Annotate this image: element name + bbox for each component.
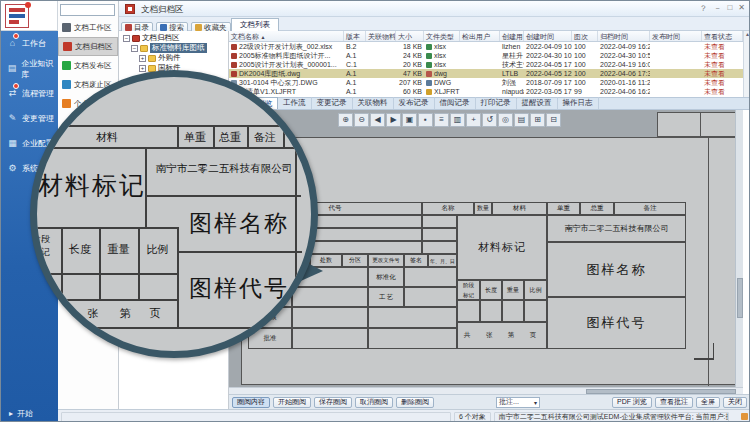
file-list-scrollbar[interactable]: ▲ [743, 31, 750, 97]
cell-checkout [460, 60, 500, 69]
maximize-button[interactable]: □ [727, 3, 732, 14]
cell-value: 未查看 [704, 88, 725, 95]
column-header[interactable]: 关联物料 [366, 31, 396, 41]
cell-type: DWG [424, 78, 460, 87]
tree-item-selected[interactable]: − 标准物料库图纸 [119, 43, 228, 53]
tab-9[interactable]: 操作日志 [558, 97, 599, 109]
column-header[interactable]: 版本 [344, 31, 366, 41]
grid-on-icon[interactable]: ⊞ [530, 113, 545, 127]
filetype-icon [426, 44, 432, 50]
print-icon[interactable]: ▥ [450, 113, 465, 127]
button-icon [125, 24, 132, 31]
column-header[interactable]: 文档名称 ▲ [229, 31, 344, 41]
table-row[interactable]: DK2004库图纸.dwgA.147 KBdwgLTLB2022-04-05 1… [229, 69, 743, 78]
explorer-toolbar: 目录搜索收藏夹 文档列表 [119, 17, 750, 31]
grid-off-icon[interactable]: ⊟ [546, 113, 561, 127]
collapse-icon[interactable]: − [131, 45, 138, 52]
tab-file-list[interactable]: 文档列表 [231, 18, 279, 31]
column-header[interactable]: 文件类型 [424, 31, 460, 41]
tab-5[interactable]: 发布记录 [394, 97, 435, 109]
table-row[interactable]: 22级设计开发计划表_002.xlsxB.218 KBxlsxlizhen202… [229, 42, 743, 51]
rotate-icon[interactable]: ↺ [482, 113, 497, 127]
button-label: 开始圈阅 [278, 397, 306, 407]
expand-icon[interactable]: + [139, 55, 146, 62]
review-button-2[interactable]: 开始圈阅 [273, 397, 311, 408]
cell-created: 2022-04-05 17:55:50 [524, 60, 572, 69]
cell-archived: 2022-04-06 17:30:06 [598, 69, 650, 78]
column-header[interactable]: 查看状态 [702, 31, 743, 41]
annotation-dropdown[interactable]: 批注...▾ [496, 397, 540, 408]
cell-value: 2022-04-05 17:55:50 [526, 61, 572, 68]
tree-item-1[interactable]: +外购件 [119, 53, 228, 63]
workspace-item-1[interactable]: 文档工作区 [58, 18, 118, 37]
viewer-hscrollbar[interactable] [229, 387, 743, 394]
add-icon[interactable]: + [466, 113, 481, 127]
workspace-item-2[interactable]: 文档归档区 [58, 37, 118, 56]
layers-icon[interactable]: ≡ [434, 113, 449, 127]
viewer-vscrollbar[interactable] [735, 110, 743, 387]
tab-3[interactable]: 变更记录 [312, 97, 353, 109]
cell-size: 20 KB [396, 60, 424, 69]
column-header[interactable]: 发布时间 [650, 31, 702, 41]
tree-root[interactable]: − 文档归档区 [119, 33, 228, 43]
sidebar-item-3[interactable]: ⇄流程管理 [1, 81, 58, 106]
table-row[interactable]: 301-0104 中心泵刀.DWGA.1207 KBDWG刘强2018-07-0… [229, 78, 743, 87]
tab-2[interactable]: 工作流 [278, 97, 312, 109]
cell-value: 2022-04-05 12:55:16 [526, 70, 572, 77]
pdf-view-button[interactable]: PDF 浏览 [612, 397, 652, 408]
expand-icon[interactable]: + [139, 65, 146, 72]
column-header[interactable]: 创建用户 [500, 31, 524, 41]
column-header[interactable]: 图次 [572, 31, 598, 41]
pages-icon[interactable]: ▤ [514, 113, 529, 127]
cell-archived: 2020-01-16 11:23:06 [598, 78, 650, 87]
dot-icon[interactable]: ▪ [418, 113, 433, 127]
title-block-text: 更改文件号 [368, 254, 404, 267]
close-viewer-button[interactable]: 关闭 [723, 397, 747, 408]
fullscreen-button[interactable]: 全屏 [696, 397, 720, 408]
column-header[interactable]: 大小 [396, 31, 424, 41]
tab-8[interactable]: 提醒设置 [517, 97, 558, 109]
workspace-search-input[interactable] [60, 4, 115, 16]
review-button-3[interactable]: 保存圈阅 [314, 397, 352, 408]
cell-value: xlsx [434, 61, 446, 68]
table-row[interactable]: 申请单V1.XLJFRTA.160 KBXLJFRTniapudai2022-0… [229, 87, 743, 96]
cell-sheet: 100 [572, 69, 598, 78]
column-header[interactable]: 归档时间 [598, 31, 650, 41]
review-button-5[interactable]: 删除圈阅 [396, 397, 434, 408]
sheet-corner-block [657, 112, 738, 137]
file-list-header: 文档名称 ▲版本关联物料大小文件类型检出用户创建用户创建时间图次归档时间发布时间… [229, 31, 743, 42]
zoom-in-icon[interactable]: ⊕ [338, 113, 353, 127]
tab-4[interactable]: 关联物料 [353, 97, 394, 109]
sidebar-icon: ▦ [7, 138, 18, 149]
column-header[interactable]: 创建时间 [524, 31, 572, 41]
sidebar-item-4[interactable]: ✎变更管理 [1, 106, 58, 131]
cell-value: 2022-04-30 10:53:54 [600, 52, 650, 59]
review-button-1[interactable]: 圈阅内容 [232, 397, 270, 408]
table-row[interactable]: 2005设计开发计划表_000001...C.120 KBxlsx技术主管202… [229, 60, 743, 69]
review-button-4[interactable]: 取消圈阅 [355, 397, 393, 408]
zoom-out-icon[interactable]: ⊖ [354, 113, 369, 127]
workspace-item-3[interactable]: 文档发布区 [58, 56, 118, 75]
title-block-cell [368, 307, 457, 328]
close-button[interactable]: ✕ [738, 3, 745, 14]
target-icon[interactable]: ◎ [498, 113, 513, 127]
view-annotation-button[interactable]: 查看批注 [655, 397, 693, 408]
dropdown-value: 批注... [499, 397, 519, 407]
help-button[interactable]: ？ [699, 3, 707, 14]
start-item[interactable]: ▸ 开始 [1, 405, 58, 421]
workspace-label: 文档归档区 [75, 42, 113, 52]
tab-6[interactable]: 借阅记录 [435, 97, 476, 109]
sidebar-item-1[interactable]: ⌂工作台 [1, 31, 58, 56]
column-header[interactable]: 检出用户 [460, 31, 500, 41]
collapse-icon[interactable]: − [123, 35, 130, 42]
column-header-label: 创建时间 [526, 33, 554, 40]
sidebar-item-2[interactable]: ▤企业知识库 [1, 56, 58, 81]
minimize-button[interactable]: － [713, 3, 721, 14]
file-icon [231, 71, 237, 77]
image-icon[interactable]: ▣ [402, 113, 417, 127]
next-page-icon[interactable]: ▶ [386, 113, 401, 127]
table-row[interactable]: 2005标准物料库图纸设计开...A.124 KBxlsx星桂升2022-04-… [229, 51, 743, 60]
tab-7[interactable]: 打印记录 [476, 97, 517, 109]
prev-page-icon[interactable]: ◀ [370, 113, 385, 127]
cell-checkout [460, 87, 500, 96]
